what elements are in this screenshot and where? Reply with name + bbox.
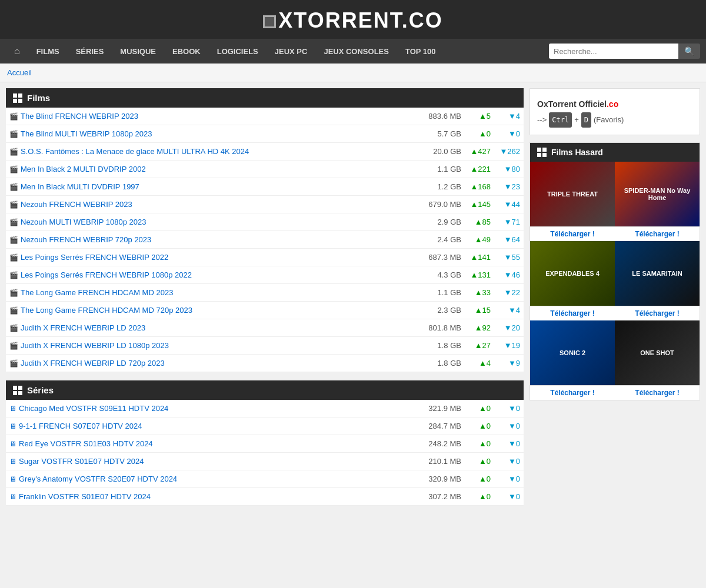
film-icon [9,253,21,262]
telecharger-button[interactable]: Télécharger ! [615,226,700,241]
torrent-title[interactable]: Nezouh FRENCH WEBRIP 720p 2023 [6,231,418,249]
torrent-leeches: ▼20 [494,319,524,337]
torrent-title[interactable]: Les Poings Serrés FRENCH WEBRIP 2022 [6,249,418,266]
nav-musique[interactable]: MUSIQUE [112,39,164,64]
torrent-size: 679.0 MB [418,196,465,213]
torrent-title[interactable]: Franklin VOSTFR S01E07 HDTV 2024 [6,488,418,506]
torrent-size: 20.0 GB [418,143,465,161]
films-section: Films The Blind FRENCH WEBRIP 2023 883.6… [6,88,524,372]
film-card: SPIDER-MAN No Way Home Télécharger ! [615,162,700,241]
torrent-title[interactable]: Grey's Anatomy VOSTFR S20E07 HDTV 2024 [6,470,418,488]
torrent-title[interactable]: S.O.S. Fantômes : La Menace de glace MUL… [6,143,418,161]
torrent-title[interactable]: Sugar VOSTFR S01E07 HDTV 2024 [6,453,418,470]
torrent-seeds: ▲0 [465,417,494,435]
table-row: Chicago Med VOSTFR S09E11 HDTV 2024 321.… [6,400,524,417]
nav-films[interactable]: FILMS [28,39,68,64]
torrent-seeds: ▲131 [465,266,494,284]
torrent-title[interactable]: Red Eye VOSTFR S01E03 HDTV 2024 [6,435,418,453]
torrent-leeches: ▼0 [494,125,524,143]
nav-ebook[interactable]: EBOOK [164,39,209,64]
film-icon [9,200,21,209]
torrent-size: 2.9 GB [418,213,465,231]
torrent-leeches: ▼9 [494,355,524,372]
telecharger-button[interactable]: Télécharger ! [615,385,700,400]
d-key: D [581,112,591,128]
torrent-leeches: ▼0 [494,400,524,417]
telecharger-button[interactable]: Télécharger ! [530,226,615,241]
torrent-size: 321.9 MB [418,400,465,417]
torrent-title[interactable]: Les Poings Serrés FRENCH WEBRIP 1080p 20… [6,266,418,284]
film-icon [9,306,21,315]
torrent-title[interactable]: The Long Game FRENCH HDCAM MD 2023 [6,284,418,302]
nav-top100[interactable]: TOP 100 [397,39,444,64]
torrent-title[interactable]: 9-1-1 FRENCH S07E07 HDTV 2024 [6,417,418,435]
table-row: Les Poings Serrés FRENCH WEBRIP 1080p 20… [6,266,524,284]
films-section-title: Films [27,93,50,103]
films-hasard-title: Films Hasard [551,148,603,157]
nav-series[interactable]: SÉRIES [68,39,112,64]
film-poster: ONE SHOT [615,320,700,385]
series-table: Chicago Med VOSTFR S09E11 HDTV 2024 321.… [6,400,524,506]
torrent-seeds: ▲141 [465,249,494,266]
search-input[interactable] [549,44,678,59]
torrent-title[interactable]: Nezouh FRENCH WEBRIP 2023 [6,196,418,213]
torrent-title[interactable]: The Blind MULTI WEBRIP 1080p 2023 [6,125,418,143]
telecharger-button[interactable]: Télécharger ! [530,385,615,400]
site-header: XTORRENT.CO [0,0,706,39]
telecharger-button[interactable]: Télécharger ! [530,306,615,320]
film-icon [9,270,21,279]
table-row: Judith X FRENCH WEBRIP LD 2023 801.8 MB … [6,319,524,337]
torrent-leeches: ▼44 [494,196,524,213]
torrent-title[interactable]: The Long Game FRENCH HDCAM MD 720p 2023 [6,302,418,319]
table-row: Grey's Anatomy VOSTFR S20E07 HDTV 2024 3… [6,470,524,488]
nav-home[interactable]: ⌂ [6,39,28,64]
sidebar-officiel-info: OxTorrent Officiel.co --> Ctrl + D (Favo… [530,89,700,135]
table-row: Franklin VOSTFR S01E07 HDTV 2024 307.2 M… [6,488,524,506]
film-icon [9,112,21,121]
torrent-title[interactable]: The Blind FRENCH WEBRIP 2023 [6,108,418,125]
torrent-size: 4.3 GB [418,266,465,284]
page-content: Films The Blind FRENCH WEBRIP 2023 883.6… [0,82,706,520]
film-poster: EXPENDABLES 4 [530,241,615,306]
torrent-title[interactable]: Nezouh MULTI WEBRIP 1080p 2023 [6,213,418,231]
torrent-leeches: ▼80 [494,161,524,178]
torrent-size: 687.3 MB [418,249,465,266]
films-section-header: Films [6,88,524,108]
film-icon [9,165,21,173]
nav-jeux-consoles[interactable]: JEUX CONSOLES [315,39,397,64]
series-icon [9,457,19,466]
torrent-leeches: ▼262 [494,143,524,161]
torrent-size: 2.4 GB [418,231,465,249]
torrent-title[interactable]: Men In Black MULTI DVDRIP 1997 [6,178,418,196]
nav-logiciels[interactable]: LOGICIELS [209,39,267,64]
torrent-seeds: ▲0 [465,400,494,417]
torrent-seeds: ▲33 [465,284,494,302]
torrent-seeds: ▲0 [465,453,494,470]
torrent-size: 801.8 MB [418,319,465,337]
film-icon [9,288,21,297]
torrent-seeds: ▲221 [465,161,494,178]
nav-jeux-pc[interactable]: JEUX PC [267,39,316,64]
search-button[interactable]: 🔍 [678,44,700,59]
torrent-seeds: ▲49 [465,231,494,249]
film-card: ONE SHOT Télécharger ! [615,320,700,400]
table-row: Men In Black 2 MULTI DVDRIP 2002 1.1 GB … [6,161,524,178]
site-logo[interactable]: XTORRENT.CO [263,8,442,33]
table-row: Sugar VOSTFR S01E07 HDTV 2024 210.1 MB ▲… [6,453,524,470]
torrent-size: 2.3 GB [418,302,465,319]
torrent-title[interactable]: Judith X FRENCH WEBRIP LD 1080p 2023 [6,337,418,355]
breadcrumb: Accueil [0,64,706,82]
torrent-title[interactable]: Chicago Med VOSTFR S09E11 HDTV 2024 [6,400,418,417]
torrent-size: 320.9 MB [418,470,465,488]
torrent-size: 883.6 MB [418,108,465,125]
table-row: Judith X FRENCH WEBRIP LD 1080p 2023 1.8… [6,337,524,355]
torrent-title[interactable]: Judith X FRENCH WEBRIP LD 720p 2023 [6,355,418,372]
main-nav: ⌂ FILMS SÉRIES MUSIQUE EBOOK LOGICIELS J… [0,39,706,64]
breadcrumb-home[interactable]: Accueil [7,68,32,77]
torrent-title[interactable]: Judith X FRENCH WEBRIP LD 2023 [6,319,418,337]
table-row: 9-1-1 FRENCH S07E07 HDTV 2024 284.7 MB ▲… [6,417,524,435]
torrent-title[interactable]: Men In Black 2 MULTI DVDRIP 2002 [6,161,418,178]
sidebar-films-hasard-header: Films Hasard [530,143,700,162]
torrent-seeds: ▲27 [465,337,494,355]
telecharger-button[interactable]: Télécharger ! [615,306,700,320]
